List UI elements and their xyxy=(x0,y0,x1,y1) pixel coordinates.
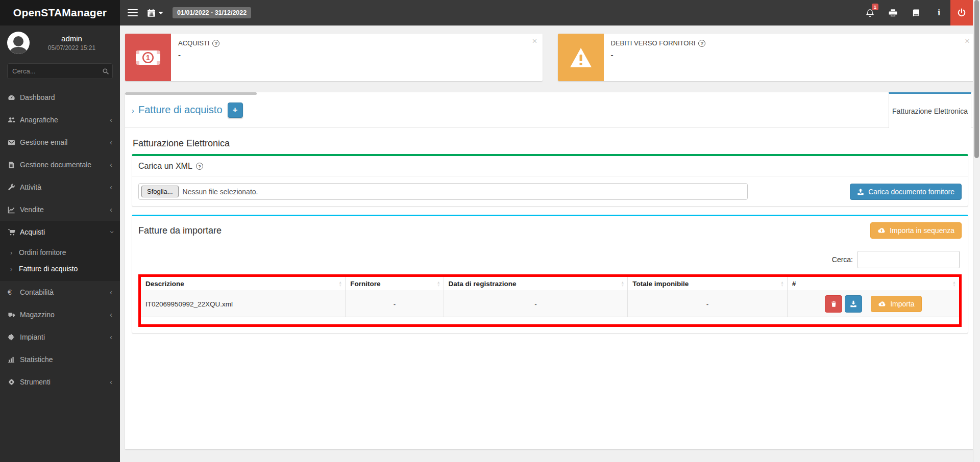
upload-panel-title: Carica un XML xyxy=(138,162,192,171)
user-panel: admin 05/07/2022 15:21 xyxy=(0,25,120,59)
sidebar-item-label: Statistiche xyxy=(20,355,112,364)
envelope-icon xyxy=(8,139,20,146)
close-icon[interactable]: × xyxy=(532,36,537,46)
card-value: - xyxy=(178,50,535,59)
tabs-row: › Fatture di acquisto + Fatturazione Ele… xyxy=(125,92,975,128)
table-search-input[interactable] xyxy=(857,251,960,268)
column-header-descrizione[interactable]: Descrizione▲▼ xyxy=(141,277,346,291)
column-header-fornitore[interactable]: Fornitore▲▼ xyxy=(346,277,444,291)
sidebar-item-dashboard[interactable]: Dashboard xyxy=(0,86,120,109)
download-icon xyxy=(850,300,857,307)
tabs-scrollbar[interactable] xyxy=(125,92,257,95)
chevron-left-icon: ‹ xyxy=(110,140,112,145)
sidebar-item-vendite[interactable]: Vendite ‹ xyxy=(0,198,120,221)
column-header-actions[interactable]: #▲▼ xyxy=(787,277,959,291)
print-button[interactable] xyxy=(881,0,904,25)
sidebar-item-label: Magazzino xyxy=(20,311,110,319)
manual-button[interactable] xyxy=(904,0,927,25)
warning-icon xyxy=(558,34,604,81)
sidebar-item-statistiche[interactable]: Statistiche xyxy=(0,348,120,371)
sort-icon: ▲▼ xyxy=(437,281,440,287)
calendar-dropdown[interactable] xyxy=(147,9,163,17)
file-input[interactable]: Sfoglia... Nessun file selezionato. xyxy=(138,183,748,200)
sidebar-item-gestione-email[interactable]: Gestione email ‹ xyxy=(0,131,120,153)
sidebar: OpenSTAManager admin 05/07/2022 15:21 Da… xyxy=(0,0,120,462)
wrench-icon xyxy=(8,184,20,191)
caret-down-icon xyxy=(158,12,163,14)
chevron-left-icon: ‹ xyxy=(110,117,112,122)
upload-supplier-document-button[interactable]: Carica documento fornitore xyxy=(850,184,962,200)
hamburger-menu-icon[interactable] xyxy=(128,7,138,18)
sort-icon: ▲▼ xyxy=(780,281,784,287)
card-label: DEBITI VERSO FORNITORI xyxy=(611,39,696,47)
bar-chart-icon xyxy=(8,356,20,364)
cloud-upload-icon xyxy=(877,227,886,234)
sort-icon: ▲▼ xyxy=(338,281,342,287)
chevron-left-icon: ‹ xyxy=(110,312,112,317)
sidebar-item-label: Impianti xyxy=(20,333,110,341)
search-input[interactable] xyxy=(12,67,102,75)
upload-panel: Carica un XML ? Sfoglia... Nessun file s… xyxy=(132,154,968,207)
sidebar-item-impianti[interactable]: Impianti ‹ xyxy=(0,326,120,348)
cloud-download-icon xyxy=(878,301,886,307)
scrollbar-thumb[interactable] xyxy=(974,0,979,158)
chevron-left-icon: ‹ xyxy=(110,185,112,190)
page-title[interactable]: › Fatture di acquisto xyxy=(132,104,223,116)
sidebar-item-magazzino[interactable]: Magazzino ‹ xyxy=(0,303,120,326)
invoices-table: Descrizione▲▼ Fornitore▲▼ Data di regist… xyxy=(141,277,959,317)
power-icon xyxy=(957,8,966,17)
users-icon xyxy=(8,116,20,124)
avatar xyxy=(7,32,30,54)
help-icon[interactable]: ? xyxy=(212,40,219,47)
summary-cards-row: 1 ACQUISTI? - × DEBITI VERSO FORNITORI? … xyxy=(125,34,975,81)
sidebar-item-anagrafiche[interactable]: Anagrafiche ‹ xyxy=(0,109,120,131)
highlighted-table-region: Descrizione▲▼ Fornitore▲▼ Data di regist… xyxy=(138,274,962,327)
import-row-button[interactable]: Importa xyxy=(871,296,921,312)
euro-icon: € xyxy=(8,288,20,296)
browse-button[interactable]: Sfoglia... xyxy=(141,186,179,197)
help-icon[interactable]: ? xyxy=(698,40,705,47)
sidebar-subitem-fatture-di-acquisto[interactable]: › Fatture di acquisto xyxy=(0,261,120,277)
sidebar-item-attivita[interactable]: Attività ‹ xyxy=(0,176,120,198)
info-button[interactable]: i xyxy=(927,0,950,25)
import-sequence-button[interactable]: Importa in sequenza xyxy=(870,222,962,239)
sidebar-item-strumenti[interactable]: Strumenti ‹ xyxy=(0,371,120,393)
chevron-down-icon: ‹ xyxy=(109,231,114,234)
column-header-totale-imponibile[interactable]: Totale imponibile▲▼ xyxy=(628,277,788,291)
help-icon[interactable]: ? xyxy=(196,163,203,170)
sidebar-subitem-label: Ordini fornitore xyxy=(19,248,66,256)
tab-fatturazione-elettronica[interactable]: Fatturazione Elettronica xyxy=(889,92,971,128)
sidebar-item-label: Acquisti xyxy=(20,228,110,236)
card-label: ACQUISTI xyxy=(178,39,209,47)
delete-button[interactable] xyxy=(825,295,842,313)
sort-icon: ▲▼ xyxy=(952,281,956,287)
sidebar-item-acquisti[interactable]: Acquisti ‹ xyxy=(0,221,120,243)
search-icon[interactable] xyxy=(102,68,109,75)
notifications-button[interactable]: 1 xyxy=(859,0,881,25)
trash-icon xyxy=(830,300,837,307)
page-scrollbar[interactable] xyxy=(973,0,980,462)
logout-button[interactable] xyxy=(950,0,973,25)
sidebar-item-label: Vendite xyxy=(20,206,110,214)
close-icon[interactable]: × xyxy=(965,36,970,46)
download-button[interactable] xyxy=(845,295,862,313)
chevron-left-icon: ‹ xyxy=(110,335,112,340)
sidebar-item-contabilita[interactable]: € Contabilità ‹ xyxy=(0,281,120,303)
tachometer-icon xyxy=(8,94,20,101)
chart-line-icon xyxy=(8,206,20,214)
chevron-left-icon: ‹ xyxy=(110,162,112,167)
sidebar-search[interactable] xyxy=(7,63,113,79)
sidebar-item-label: Anagrafiche xyxy=(20,116,110,124)
import-panel-title: Fatture da importare xyxy=(138,225,222,236)
sidebar-item-label: Attività xyxy=(20,183,110,191)
app-logo[interactable]: OpenSTAManager xyxy=(0,0,120,25)
sidebar-subitem-ordini-fornitore[interactable]: › Ordini fornitore xyxy=(0,244,120,261)
angle-right-icon: › xyxy=(10,249,19,256)
column-header-data-registrazione[interactable]: Data di registrazione▲▼ xyxy=(444,277,628,291)
sidebar-item-gestione-documentale[interactable]: Gestione documentale ‹ xyxy=(0,153,120,176)
date-range-badge[interactable]: 01/01/2022 - 31/12/2022 xyxy=(173,7,251,18)
upload-icon xyxy=(857,188,864,195)
table-search-label: Cerca: xyxy=(832,255,853,264)
add-invoice-button[interactable]: + xyxy=(228,102,243,118)
cell-actions: Importa xyxy=(787,291,959,317)
